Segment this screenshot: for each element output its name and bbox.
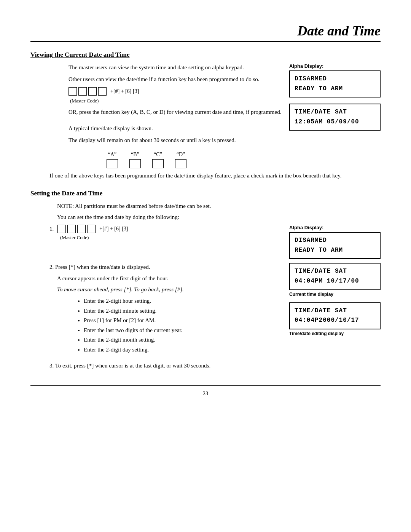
display5-label: Time/date editing display <box>289 331 381 336</box>
function-keys-section: “A” “B” “C” “D” <box>107 152 381 168</box>
display4-line2: 04:04PM 10/17/00 <box>295 276 375 286</box>
section2-alpha-label: Alpha Display: <box>289 225 381 230</box>
fk-box-b <box>129 159 141 168</box>
step3-text: 3. To exit, press [*] when cursor is at … <box>49 361 381 370</box>
section1-typical-text: A typical time/date display is shown. <box>68 124 282 133</box>
fk-label-b: “B” <box>131 152 139 158</box>
page-number: – 23 – <box>30 391 381 397</box>
step2-text: 2. Press [*] when the time/date is displ… <box>49 263 282 272</box>
section2-step2-block: 2. Press [*] when the time/date is displ… <box>49 263 381 358</box>
s2-key-box-1 <box>57 225 66 233</box>
section1-keypad-suffix: +[#] + [6] [3] <box>110 87 139 96</box>
display4-line1: TIME/DATE SAT <box>295 267 375 276</box>
display5-line2: 04:04P2000/10/17 <box>295 316 375 326</box>
step1-keypad-suffix: +[#] + [6] [3] <box>99 226 128 232</box>
key-box-1 <box>68 87 77 96</box>
section1-display2: TIME/DATE SAT 12:05AM_05/09/00 <box>289 104 381 131</box>
section2-display4: TIME/DATE SAT 04:04PM 10/17/00 <box>289 263 381 290</box>
section1-left: The master users can view the system tim… <box>49 63 282 148</box>
step1-master-code: (Master Code) <box>60 235 282 241</box>
fk-box-c <box>152 159 164 168</box>
section1-or-text: OR, press the function key (A, B, C, or … <box>68 108 282 117</box>
function-keys-row: “A” “B” “C” “D” <box>107 152 381 168</box>
section2-step2-right: TIME/DATE SAT 04:04PM 10/17/00 Current t… <box>289 263 381 336</box>
section2-step1-left: 1. +[#] + [6] [3] (Master Code) <box>49 225 282 244</box>
section2-step2-left: 2. Press [*] when the time/date is displ… <box>49 263 282 358</box>
section1-alpha-label: Alpha Display: <box>289 63 381 69</box>
section2-note1: NOTE: All partitions must be disarmed be… <box>57 202 381 211</box>
function-key-a: “A” <box>107 152 118 168</box>
fk-box-d <box>175 159 186 168</box>
bullet-6: Enter the 2-digit day setting. <box>84 345 282 355</box>
section1-para2: Other users can view the date/time if a … <box>68 75 282 84</box>
display1-line1: DISARMED <box>295 74 375 84</box>
display4-label: Current time display <box>289 292 381 297</box>
display2-line2: 12:05AM_05/09/00 <box>295 117 375 127</box>
step2-sub: A cursor appears under the first digit o… <box>57 274 282 283</box>
step1-number: 1. <box>49 226 54 232</box>
function-key-d: “D” <box>175 152 186 168</box>
section1-heading: Viewing the Current Date and Time <box>30 51 381 59</box>
bullet-1: Enter the 2-digit hour setting. <box>84 296 282 306</box>
page-title: Date and Time <box>30 23 381 42</box>
bullet-4: Enter the last two digits of the current… <box>84 326 282 335</box>
s2-key-box-2 <box>67 225 76 233</box>
step2-italic: To move cursor ahead, press [*]. To go b… <box>57 285 282 294</box>
section1-master-code: (Master Code) <box>70 97 282 105</box>
section-setting: Setting the Date and Time NOTE: All part… <box>30 190 381 371</box>
s2-key-box-4 <box>87 225 96 233</box>
page-divider <box>30 385 381 386</box>
fk-box-a <box>107 159 118 168</box>
bullet-3: Press [1] for PM or [2] for AM. <box>84 316 282 326</box>
section2-note2: You can set the time and date by doing t… <box>57 213 381 222</box>
display3-line2: READY TO ARM <box>295 246 375 256</box>
fk-label-a: “A” <box>108 152 117 158</box>
key-box-2 <box>78 87 87 96</box>
fk-label-c: “C” <box>154 152 162 158</box>
function-key-c: “C” <box>152 152 164 168</box>
s2-key-box-3 <box>77 225 86 233</box>
display5-line1: TIME/DATE SAT <box>295 306 375 316</box>
section1-right: Alpha Display: DISARMED READY TO ARM TIM… <box>289 63 381 131</box>
section1-para1: The master users can view the system tim… <box>68 63 282 72</box>
section1-intro-block: The master users can view the system tim… <box>49 63 381 148</box>
section1-fk-note: If one of the above keys has been progra… <box>49 171 381 180</box>
display1-line2: READY TO ARM <box>295 84 375 94</box>
section1-remain-text: The display will remain on for about 30 … <box>68 136 282 145</box>
section2-heading: Setting the Date and Time <box>30 190 381 197</box>
section2-step1-right: Alpha Display: DISARMED READY TO ARM <box>289 225 381 259</box>
section1-display1: DISARMED READY TO ARM <box>289 70 381 97</box>
display3-line1: DISARMED <box>295 236 375 246</box>
section2-display3: DISARMED READY TO ARM <box>289 232 381 259</box>
bullet-5: Enter the 2-digit month setting. <box>84 335 282 345</box>
section1-keypad-row: +[#] + [6] [3] (Master Code) <box>68 87 282 105</box>
step2-bullet-list: Enter the 2-digit hour setting. Enter th… <box>84 296 282 355</box>
section-viewing: Viewing the Current Date and Time The ma… <box>30 51 381 181</box>
section2-display5: TIME/DATE SAT 04:04P2000/10/17 <box>289 302 381 329</box>
key-box-3 <box>88 87 97 96</box>
display2-line1: TIME/DATE SAT <box>295 107 375 117</box>
bullet-2: Enter the 2-digit minute setting. <box>84 306 282 316</box>
step1-keypad-row: 1. +[#] + [6] [3] <box>49 225 282 233</box>
section2-step1-block: 1. +[#] + [6] [3] (Master Code) Alpha Di… <box>49 225 381 259</box>
fk-label-d: “D” <box>177 152 185 158</box>
key-box-4 <box>98 87 107 96</box>
function-key-b: “B” <box>129 152 141 168</box>
